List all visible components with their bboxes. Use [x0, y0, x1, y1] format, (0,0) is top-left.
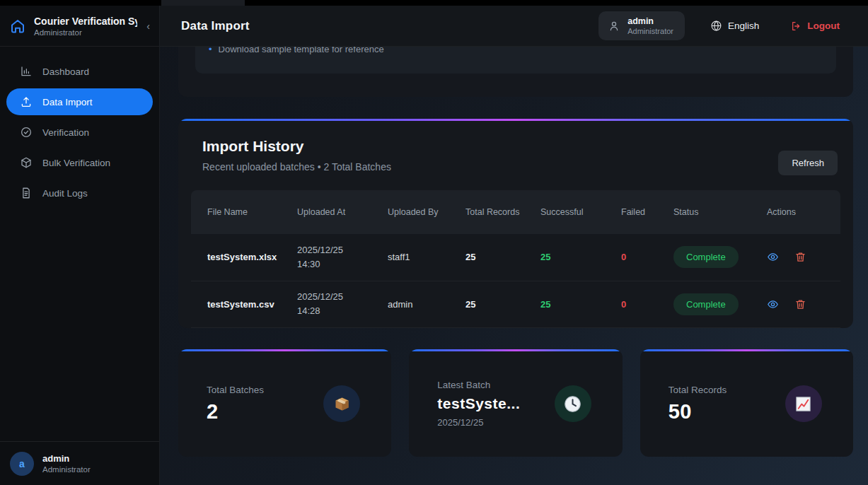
- top-strip-artifact: [161, 0, 245, 6]
- collapse-sidebar-icon[interactable]: ‹: [144, 21, 152, 32]
- upload-instructions-card: • Download sample template for reference: [178, 47, 853, 97]
- col-actions: Actions: [758, 190, 840, 234]
- stat-text: Total Batches 2: [207, 385, 264, 423]
- language-selector[interactable]: English: [710, 20, 759, 32]
- page-title: Data Import: [181, 19, 250, 33]
- chart-up-icon: [794, 395, 813, 414]
- sidebar-item-audit-logs[interactable]: Audit Logs: [6, 180, 153, 206]
- trash-icon: [794, 251, 806, 263]
- cell-status: Complete: [665, 281, 758, 327]
- import-history-titles: Import History Recent uploaded batches •…: [202, 138, 391, 173]
- cell-file-name: testSystem.csv: [191, 281, 289, 327]
- app-title-block: Courier Verification Sy... Administrator: [34, 16, 137, 37]
- cell-time: 14:28: [297, 304, 371, 318]
- sidebar: Courier Verification Sy... Administrator…: [0, 6, 160, 485]
- view-button[interactable]: [767, 298, 779, 310]
- screen-top-strip: [0, 0, 868, 6]
- cell-status: Complete: [665, 234, 758, 281]
- sidebar-item-label: Bulk Verification: [42, 158, 110, 168]
- bar-chart-icon: [20, 65, 33, 78]
- status-badge: Complete: [673, 246, 739, 268]
- clock-icon: [563, 395, 582, 414]
- sidebar-item-label: Audit Logs: [42, 188, 88, 199]
- cell-failed: 0: [613, 234, 665, 281]
- upload-icon: [20, 95, 33, 108]
- topbar: Data Import admin Administrator English …: [160, 6, 868, 47]
- app-subtitle: Administrator: [34, 28, 137, 37]
- stat-card-latest-batch: Latest Batch testSyste... 2025/12/25: [409, 349, 622, 457]
- sidebar-header: Courier Verification Sy... Administrator…: [0, 6, 159, 47]
- stat-card-total-batches: Total Batches 2: [178, 349, 391, 457]
- import-history-subtitle: Recent uploaded batches • 2 Total Batche…: [202, 161, 391, 173]
- sidebar-item-verification[interactable]: Verification: [6, 119, 153, 146]
- main-area: Data Import admin Administrator English …: [160, 6, 868, 485]
- view-button[interactable]: [767, 251, 779, 263]
- logout-icon: [790, 21, 802, 32]
- import-history-header: Import History Recent uploaded batches •…: [178, 121, 853, 175]
- logout-button[interactable]: Logout: [790, 21, 840, 32]
- package-box-icon: [332, 395, 352, 414]
- stat-label: Total Batches: [207, 385, 264, 395]
- col-total-records: Total Records: [457, 190, 532, 234]
- cell-file-name: testSystem.xlsx: [191, 234, 289, 281]
- cell-total-records: 25: [457, 281, 532, 327]
- logout-label: Logout: [807, 21, 840, 31]
- upload-instructions-panel: • Download sample template for reference: [195, 47, 836, 74]
- cell-date: 2025/12/25: [297, 290, 371, 304]
- app-title: Courier Verification Sy...: [34, 16, 137, 27]
- sidebar-item-bulk-verification[interactable]: Bulk Verification: [6, 149, 153, 176]
- import-history-table: File Name Uploaded At Uploaded By Total …: [191, 190, 840, 328]
- col-status: Status: [665, 190, 758, 234]
- delete-button[interactable]: [794, 251, 806, 263]
- sidebar-nav: Dashboard Data Import Verification Bulk …: [0, 47, 159, 210]
- cell-uploaded-at: 2025/12/25 14:30: [289, 234, 379, 281]
- user-menu-button[interactable]: admin Administrator: [598, 11, 685, 40]
- cell-total-records: 25: [457, 234, 532, 281]
- upload-note: • Download sample template for reference: [209, 47, 384, 54]
- cell-uploaded-by: staff1: [379, 234, 457, 281]
- document-icon: [20, 187, 33, 199]
- language-label: English: [728, 21, 759, 31]
- stat-card-total-records: Total Records 50: [640, 349, 853, 457]
- stat-value: 2: [207, 400, 264, 423]
- status-badge: Complete: [673, 293, 739, 315]
- sidebar-item-label: Data Import: [42, 97, 93, 107]
- stat-value: testSyste...: [437, 395, 520, 412]
- table-header-row: File Name Uploaded At Uploaded By Total …: [191, 190, 840, 234]
- check-circle-icon: [20, 126, 33, 139]
- stat-sub: 2025/12/25: [437, 417, 520, 428]
- col-successful: Successful: [532, 190, 613, 234]
- stat-label: Total Records: [669, 385, 727, 395]
- table-row: testSystem.csv 2025/12/25 14:28 admin 25…: [191, 281, 840, 327]
- cell-uploaded-at: 2025/12/25 14:28: [289, 281, 379, 327]
- sidebar-user-section[interactable]: a admin Administrator: [0, 441, 159, 485]
- sidebar-item-data-import[interactable]: Data Import: [6, 88, 153, 115]
- sidebar-item-label: Dashboard: [42, 66, 89, 77]
- refresh-button[interactable]: Refresh: [778, 151, 838, 175]
- home-logo-icon: [8, 17, 27, 35]
- sidebar-item-dashboard[interactable]: Dashboard: [6, 58, 153, 85]
- delete-button[interactable]: [794, 298, 806, 310]
- col-uploaded-by: Uploaded By: [379, 190, 457, 234]
- col-file-name: File Name: [191, 190, 289, 234]
- cell-failed: 0: [613, 281, 665, 327]
- sidebar-user-info: admin Administrator: [42, 453, 91, 474]
- cell-successful: 25: [532, 234, 613, 281]
- stat-text: Latest Batch testSyste... 2025/12/25: [437, 380, 520, 428]
- page-content: • Download sample template for reference…: [160, 47, 868, 485]
- avatar: a: [10, 452, 34, 476]
- cell-date: 2025/12/25: [297, 243, 371, 257]
- cell-actions: [758, 281, 840, 327]
- bullet-icon: •: [209, 47, 212, 54]
- import-history-title: Import History: [202, 138, 391, 155]
- user-chip-text: admin Administrator: [627, 16, 673, 35]
- stats-row: Total Batches 2: [178, 349, 853, 457]
- stat-text: Total Records 50: [669, 385, 727, 423]
- eye-icon: [767, 251, 779, 263]
- globe-icon: [710, 20, 722, 32]
- topbar-user-name: admin: [627, 16, 673, 26]
- cell-uploaded-by: admin: [379, 281, 457, 327]
- chart-up-icon: [785, 385, 822, 422]
- table-row: testSystem.xlsx 2025/12/25 14:30 staff1 …: [191, 234, 840, 281]
- stat-label: Latest Batch: [437, 380, 520, 390]
